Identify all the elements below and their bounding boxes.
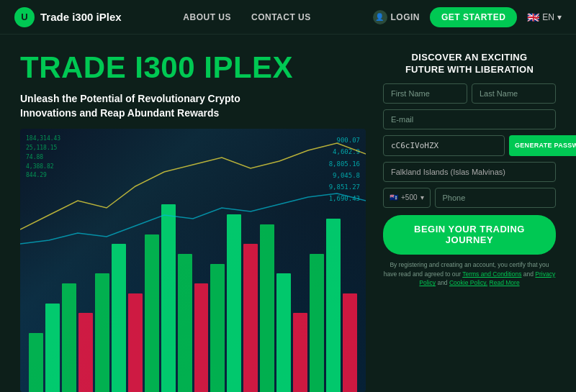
cookie-link[interactable]: Cookie Policy. <box>449 279 487 286</box>
hero-subtitle: Unleash the Potential of Revolutionary C… <box>20 92 294 120</box>
name-row <box>383 83 556 104</box>
bar <box>62 283 76 392</box>
read-more-link[interactable]: Read More <box>490 279 520 286</box>
chevron-down-icon: ▾ <box>557 12 562 22</box>
nav-links: ABOUT US CONTACT US <box>183 12 310 22</box>
nav-contact[interactable]: CONTACT US <box>251 12 311 22</box>
phone-flag: 🇫🇰 <box>390 193 398 201</box>
bar <box>78 313 93 392</box>
navbar: U Trade i300 iPlex ABOUT US CONTACT US 👤… <box>0 0 576 35</box>
last-name-input[interactable] <box>472 83 556 104</box>
bar <box>95 273 109 392</box>
password-input[interactable] <box>383 135 505 156</box>
login-button[interactable]: 👤 LOGIN <box>373 10 420 24</box>
bar <box>227 214 241 392</box>
bar <box>343 293 357 392</box>
lang-label: EN <box>542 12 554 22</box>
phone-dial-code: +500 <box>401 193 418 201</box>
navbar-right: 👤 LOGIN GET STARTED 🇬🇧 EN ▾ <box>373 7 562 27</box>
logo[interactable]: U Trade i300 iPlex <box>14 7 122 27</box>
language-selector[interactable]: 🇬🇧 EN ▾ <box>527 12 562 23</box>
logo-text: Trade i300 iPlex <box>40 11 122 23</box>
bar <box>112 244 126 392</box>
bar <box>161 204 176 392</box>
form-title: DISCOVER AN EXCITING FUTURE WITH LIBERAT… <box>383 52 556 76</box>
login-label: LOGIN <box>391 12 420 22</box>
bar <box>260 224 274 392</box>
disclaimer-text: By registering and creating an account, … <box>383 260 556 288</box>
nav-about[interactable]: ABOUT US <box>183 12 231 22</box>
phone-row: 🇫🇰 +500 ▾ <box>383 188 556 208</box>
phone-code-selector[interactable]: 🇫🇰 +500 ▾ <box>383 188 431 208</box>
first-name-input[interactable] <box>383 83 467 104</box>
bar <box>29 333 43 392</box>
bar <box>310 254 324 392</box>
email-input[interactable] <box>383 109 556 129</box>
chevron-down-icon: ▾ <box>420 193 424 201</box>
chart-bars <box>20 195 366 392</box>
generate-password-button[interactable]: GENERATE PASSWORDS <box>509 135 576 156</box>
user-icon: 👤 <box>373 10 387 24</box>
country-select[interactable]: Falkland Islands (Islas Malvinas) <box>383 162 556 182</box>
terms-link[interactable]: Terms and Conditions <box>462 270 521 278</box>
hero-image: 184,314.4325,118.1574.884,388.82844.29 9… <box>20 129 366 392</box>
hero-title: TRADE I300 IPLEX <box>20 52 366 83</box>
bar <box>45 304 60 392</box>
logo-icon: U <box>14 7 35 27</box>
password-row: GENERATE PASSWORDS <box>383 135 556 156</box>
bar <box>145 234 159 392</box>
flag-icon: 🇬🇧 <box>527 12 539 23</box>
bar <box>210 264 225 392</box>
get-started-button[interactable]: GET STARTED <box>430 7 517 27</box>
phone-input[interactable] <box>435 188 556 208</box>
bar <box>326 219 341 392</box>
bar <box>293 313 307 392</box>
bar <box>178 254 192 392</box>
left-section: TRADE I300 IPLEX Unleash the Potential o… <box>20 52 366 392</box>
main-content: TRADE I300 IPLEX Unleash the Potential o… <box>0 35 576 392</box>
registration-form: DISCOVER AN EXCITING FUTURE WITH LIBERAT… <box>383 52 556 392</box>
bar <box>128 293 143 392</box>
bar <box>194 283 209 392</box>
chart-numbers-left: 184,314.4325,118.1574.884,388.82844.29 <box>26 135 60 181</box>
bar <box>276 273 291 392</box>
cta-button[interactable]: BEGIN YOUR TRADING JOURNEY <box>383 215 556 255</box>
bar <box>243 244 258 392</box>
